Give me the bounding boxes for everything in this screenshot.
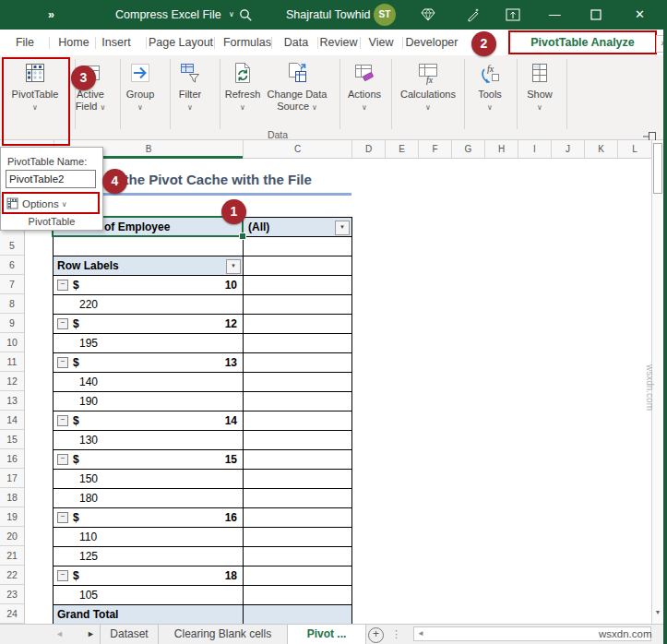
pivottable-button[interactable]: PivotTable∨ [2, 57, 68, 112]
row-header-23[interactable]: 23 [0, 585, 24, 604]
filter-dropdown-icon[interactable]: ▼ [335, 221, 350, 235]
next-sheet-icon[interactable]: ► [87, 625, 95, 644]
row-header-12[interactable]: 12 [0, 372, 24, 391]
close-button[interactable]: ✕ [635, 0, 645, 30]
pivot-cell[interactable] [244, 566, 352, 586]
row-header-24[interactable]: 24 [0, 604, 24, 624]
new-sheet-button[interactable]: + [368, 627, 384, 643]
pivot-cell[interactable]: (All)▼ [244, 218, 352, 237]
column-header-j[interactable]: J [551, 140, 584, 158]
avatar[interactable]: ST [374, 4, 396, 26]
tab-file[interactable]: File [16, 30, 34, 55]
column-header-g[interactable]: G [451, 140, 484, 158]
prev-sheet-icon[interactable]: ◄ [55, 625, 64, 644]
pivot-cell[interactable] [244, 547, 352, 566]
row-header-11[interactable]: 11 [0, 352, 24, 372]
column-header-i[interactable]: I [518, 140, 551, 158]
options-button[interactable]: Options ∨ [6, 196, 67, 212]
collapse-button[interactable]: − [57, 454, 68, 465]
tab-page-layout[interactable]: Page Layout [149, 30, 213, 55]
pivot-cell[interactable]: 125 [54, 547, 244, 566]
collapse-button[interactable]: − [57, 318, 68, 329]
row-header-18[interactable]: 18 [0, 488, 24, 507]
pivot-cell[interactable] [244, 411, 352, 431]
tools-button[interactable]: fxTools∨ [468, 57, 512, 112]
pivot-cell[interactable] [244, 528, 352, 547]
calculations-button[interactable]: fxCalculations∨ [390, 57, 466, 112]
pivot-cell[interactable]: −$12 [54, 315, 244, 334]
pivot-cell[interactable]: −$16 [54, 508, 244, 528]
quick-access-overflow-icon[interactable]: » [48, 0, 54, 30]
scroll-down-icon[interactable]: ▼ [652, 605, 663, 620]
filter-button[interactable]: Filter∨ [168, 57, 212, 112]
vertical-scrollbar-thumb[interactable] [653, 143, 662, 194]
restore-button[interactable] [590, 0, 601, 30]
sheet-tab-clearing-blank-cells[interactable]: Clearing Blank cells [159, 625, 288, 644]
row-header-5[interactable]: 5 [0, 236, 24, 256]
pivot-cell[interactable]: 130 [54, 431, 244, 450]
tab-formulas[interactable]: Formulas [223, 30, 271, 55]
collapse-button[interactable]: − [57, 512, 68, 523]
pivot-cell[interactable] [244, 586, 352, 605]
pivot-cell[interactable]: Grand Total [54, 605, 244, 625]
row-header-14[interactable]: 14 [0, 411, 24, 430]
tab-insert[interactable]: Insert [101, 30, 130, 55]
collapse-button[interactable]: − [57, 415, 68, 426]
column-header-e[interactable]: E [385, 140, 418, 158]
row-header-13[interactable]: 13 [0, 391, 24, 411]
pivot-cell[interactable] [244, 315, 352, 334]
column-header-c[interactable]: C [243, 140, 351, 158]
actions-button[interactable]: Actions∨ [337, 57, 392, 112]
group-button[interactable]: Group∨ [118, 57, 162, 112]
column-header-d[interactable]: D [351, 140, 385, 158]
row-header-7[interactable]: 7 [0, 275, 24, 294]
pivot-cell[interactable]: −$18 [54, 566, 244, 586]
pivot-cell[interactable] [244, 276, 352, 295]
minimize-button[interactable]: — [549, 0, 561, 30]
pivot-cell[interactable]: −$13 [54, 353, 244, 373]
gem-icon[interactable] [420, 0, 436, 30]
row-header-22[interactable]: 22 [0, 566, 24, 585]
row-header-9[interactable]: 9 [0, 314, 24, 333]
filter-dropdown-icon[interactable]: ▼ [226, 259, 241, 274]
pivot-cell[interactable]: 110 [54, 528, 244, 547]
pivot-cell[interactable] [244, 450, 352, 470]
pivot-cell[interactable]: −$15 [54, 450, 244, 470]
row-header-15[interactable]: 15 [0, 430, 24, 449]
search-icon[interactable] [238, 0, 253, 30]
pivot-cell[interactable] [244, 334, 352, 353]
row-header-21[interactable]: 21 [0, 546, 24, 566]
column-header-l[interactable]: L [617, 140, 651, 158]
pivot-cell[interactable]: 150 [54, 470, 244, 489]
pivot-cell[interactable] [244, 489, 352, 508]
pivot-cell[interactable] [244, 470, 352, 489]
tab-options-dots-icon[interactable]: ⋮ [391, 625, 401, 644]
scroll-left-icon[interactable]: ◄ [417, 629, 424, 638]
pivot-cell[interactable]: Row Labels▼ [54, 256, 244, 276]
row-header-6[interactable]: 6 [0, 256, 24, 275]
row-header-8[interactable]: 8 [0, 294, 24, 314]
pivot-cell[interactable] [244, 256, 352, 276]
sheet-tab-dataset[interactable]: Dataset [100, 625, 159, 644]
pivot-cell[interactable] [244, 353, 352, 373]
pivot-cell[interactable]: 220 [54, 295, 244, 315]
pivot-cell[interactable]: −$10 [54, 276, 244, 295]
pivot-cell[interactable] [244, 605, 352, 625]
pivot-cell[interactable] [244, 508, 352, 528]
pivot-cell[interactable]: 195 [54, 334, 244, 353]
collapse-button[interactable]: − [57, 357, 68, 368]
pivot-cell[interactable]: 190 [54, 392, 244, 411]
change-data-source-button[interactable]: Change DataSource∨ [258, 57, 336, 113]
tab-view[interactable]: View [369, 30, 394, 55]
document-title[interactable]: Compress Excel File [115, 0, 221, 30]
pivot-cell[interactable]: 180 [54, 489, 244, 508]
pivot-cell[interactable] [244, 392, 352, 411]
pivot-cell[interactable]: −$14 [54, 411, 244, 431]
ribbon-display-options-icon[interactable] [506, 0, 520, 30]
row-header-17[interactable]: 17 [0, 469, 24, 488]
row-header-20[interactable]: 20 [0, 527, 24, 546]
collapse-button[interactable]: − [57, 570, 68, 581]
pivottable-name-input[interactable]: PivotTable2 [6, 170, 96, 188]
row-header-16[interactable]: 16 [0, 449, 24, 469]
column-header-f[interactable]: F [418, 140, 451, 158]
